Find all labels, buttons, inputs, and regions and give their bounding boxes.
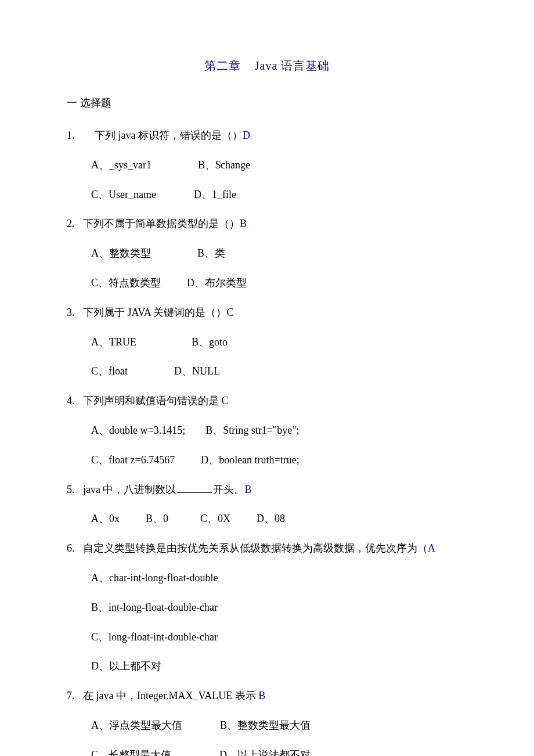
options-block: A、浮点类型最大值B、整数类型最大值C、长整型最大值D、以上说法都不对 (67, 717, 467, 756)
option-item: B、goto (192, 334, 228, 351)
answer-letter: C (226, 307, 233, 318)
question: 6.自定义类型转换是由按优先关系从低级数据转换为高级数据，优先次序为（AA、ch… (67, 540, 467, 675)
option-row: A、double w=3.1415;B、String str1="bye"; (91, 422, 467, 439)
question: 3.下列属于 JAVA 关键词的是（）CA、TRUEB、gotoC、floatD… (67, 304, 467, 380)
option-item: C、float (91, 363, 128, 380)
question: 7.在 java 中，Integer.MAX_VALUE 表示 BA、浮点类型最… (67, 687, 467, 756)
question-text-body: 下列 java 标识符，错误的是（） (95, 129, 243, 141)
question: 5.java 中，八进制数以开头。BA、0xB、0C、0XD、08 (67, 481, 467, 528)
option-item: C、float z=6.74567 (91, 452, 175, 469)
question-text-body: 在 java 中，Integer.MAX_VALUE 表示 (83, 690, 258, 701)
option-row: D、以上都不对 (91, 658, 467, 675)
option-item: A、TRUE (91, 334, 136, 351)
option-item: B、String str1="bye"; (205, 422, 299, 439)
question-text-body: 下列不属于简单数据类型的是（） (83, 218, 240, 229)
option-row: C、User_nameD、1_file (91, 186, 467, 203)
answer-letter: D (243, 129, 250, 141)
question-number: 3. (67, 304, 83, 321)
questions-list: 1.下列 java 标识符，错误的是（）DA、_sys_var1B、$chang… (67, 127, 467, 756)
question-text: 3.下列属于 JAVA 关键词的是（）C (67, 304, 467, 321)
question-text-body: 自定义类型转换是由按优先关系从低级数据转换为高级数据，优先次序为 (83, 542, 417, 554)
option-item: D、08 (257, 510, 285, 527)
option-row: C、long-float-int-double-char (91, 629, 467, 646)
options-block: A、整数类型B、类C、符点数类型D、布尔类型 (67, 245, 467, 291)
option-item: C、User_name (91, 186, 156, 203)
options-block: A、char-int-long-float-doubleB、int-long-f… (67, 570, 467, 675)
question-text-body: 下列声明和赋值语句错误的是 (83, 395, 222, 406)
option-item: D、boolean truth=true; (201, 452, 300, 469)
option-row: A、0xB、0C、0XD、08 (91, 510, 467, 527)
answer-letter: C (222, 395, 229, 406)
option-item: B、整数类型最大值 (220, 717, 311, 734)
option-item: A、浮点类型最大值 (91, 717, 182, 734)
blank-line (177, 492, 212, 493)
option-item: D、以上说法都不对 (219, 747, 311, 756)
answer-letter: B (240, 218, 247, 229)
question-text: 1.下列 java 标识符，错误的是（）D (67, 127, 467, 144)
option-row: B、int-long-float-double-char (91, 599, 467, 616)
option-item: A、char-int-long-float-double (91, 570, 218, 586)
question: 1.下列 java 标识符，错误的是（）DA、_sys_var1B、$chang… (67, 127, 467, 203)
option-row: A、浮点类型最大值B、整数类型最大值 (91, 717, 467, 734)
question-text: 5.java 中，八进制数以开头。B (67, 481, 467, 498)
question-number: 2. (67, 215, 83, 232)
question-number: 1. (67, 127, 95, 144)
question: 4.下列声明和赋值语句错误的是 CA、double w=3.1415;B、Str… (67, 393, 467, 468)
answer-letter: B (258, 690, 265, 701)
question: 2.下列不属于简单数据类型的是（）BA、整数类型B、类C、符点数类型D、布尔类型 (67, 215, 467, 291)
question-text-body: 下列属于 JAVA 关键词的是（） (83, 307, 226, 318)
option-item: B、0 (146, 510, 168, 527)
option-row: A、整数类型B、类 (91, 245, 467, 262)
question-number: 4. (67, 393, 83, 409)
option-row: C、floatD、NULL (91, 363, 467, 380)
option-item: D、以上都不对 (91, 658, 161, 675)
option-item: A、_sys_var1 (91, 157, 151, 174)
section-header: 一 选择题 (67, 96, 467, 110)
option-item: C、长整型最大值 (91, 747, 171, 756)
options-block: A、0xB、0C、0XD、08 (67, 510, 467, 527)
answer-prefix: （ (417, 542, 428, 554)
option-item: D、1_file (194, 186, 236, 203)
option-row: C、符点数类型D、布尔类型 (91, 275, 467, 291)
option-item: B、$change (198, 157, 250, 174)
question-text: 7.在 java 中，Integer.MAX_VALUE 表示 B (67, 687, 467, 704)
options-block: A、double w=3.1415;B、String str1="bye";C、… (67, 422, 467, 469)
option-item: A、double w=3.1415; (91, 422, 185, 439)
document-title: 第二章 Java 语言基础 (67, 58, 467, 74)
option-row: C、长整型最大值D、以上说法都不对 (91, 747, 467, 756)
question-text: 2.下列不属于简单数据类型的是（）B (67, 215, 467, 232)
question-number: 6. (67, 540, 83, 557)
option-item: C、符点数类型 (91, 275, 161, 291)
option-item: C、0X (200, 510, 230, 527)
option-item: B、类 (197, 245, 225, 262)
options-block: A、TRUEB、gotoC、floatD、NULL (67, 334, 467, 380)
question-text: 6.自定义类型转换是由按优先关系从低级数据转换为高级数据，优先次序为（A (67, 540, 467, 557)
option-item: A、整数类型 (91, 245, 151, 262)
option-item: B、int-long-float-double-char (91, 599, 218, 616)
option-item: C、long-float-int-double-char (91, 629, 218, 646)
question-number: 5. (67, 481, 83, 498)
answer-letter: B (244, 484, 251, 495)
answer-letter: A (428, 542, 435, 554)
option-item: D、NULL (174, 363, 220, 380)
question-text-after: 开头。 (213, 484, 244, 495)
option-row: A、TRUEB、goto (91, 334, 467, 351)
options-block: A、_sys_var1B、$changeC、User_nameD、1_file (67, 157, 467, 203)
question-text: 4.下列声明和赋值语句错误的是 C (67, 393, 467, 409)
question-number: 7. (67, 687, 83, 704)
question-text-before: java 中，八进制数以 (83, 484, 176, 495)
option-row: C、float z=6.74567D、boolean truth=true; (91, 452, 467, 469)
option-row: A、char-int-long-float-double (91, 570, 467, 586)
option-item: D、布尔类型 (187, 275, 247, 291)
option-row: A、_sys_var1B、$change (91, 157, 467, 174)
option-item: A、0x (91, 510, 120, 527)
